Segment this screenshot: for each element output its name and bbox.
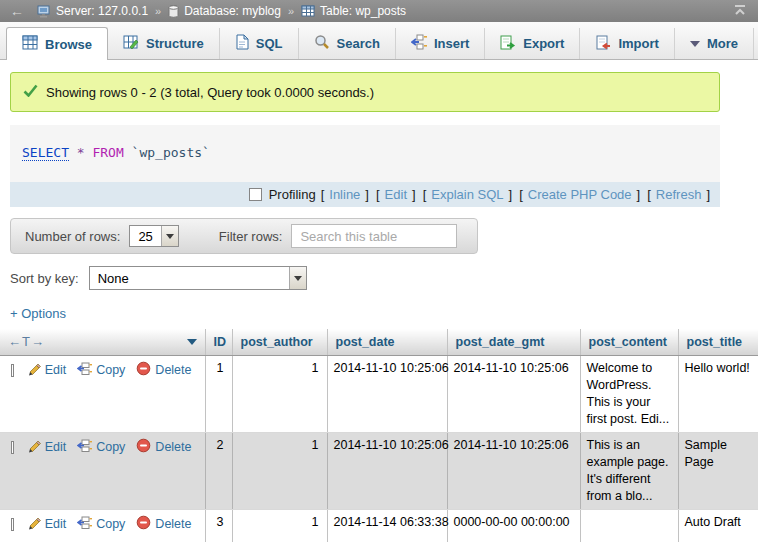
column-header-post-author[interactable]: post_author [232,329,327,355]
breadcrumb-table[interactable]: Table: wp_posts [301,4,406,18]
row-checkbox[interactable] [11,518,14,531]
cell-post-title: Auto Draft [678,509,758,542]
back-arrow-icon[interactable]: ← [10,4,24,18]
copy-link[interactable]: Copy [96,362,125,379]
transpose-icon[interactable]: ←T→ [8,334,45,349]
column-header-post-date-gmt[interactable]: post_date_gmt [447,329,580,355]
edit-link[interactable]: Edit [45,516,67,533]
refresh-link[interactable]: Refresh [656,187,702,202]
delete-action[interactable]: Delete [136,438,191,458]
column-header-post-title[interactable]: post_title [678,329,758,355]
tab-import[interactable]: Import [580,28,674,59]
tab-export[interactable]: Export [485,28,580,59]
breadcrumb-server[interactable]: Server: 127.0.0.1 [37,4,148,18]
column-header-post-content[interactable]: post_content [580,329,678,355]
tab-insert[interactable]: Insert [396,28,485,59]
sql-table-identifier: `wp_posts` [132,145,210,160]
explain-sql-link[interactable]: Explain SQL [431,187,503,202]
tab-bar: Browse Structure SQL Search Insert Expor… [0,22,758,60]
profiling-checkbox[interactable] [249,188,262,201]
edit-action[interactable]: Edit [26,515,67,535]
cell-post-title: Hello world! [678,355,758,432]
row-checkbox[interactable] [11,441,14,454]
chevron-down-icon [161,226,178,246]
chevron-down-icon[interactable] [187,339,197,345]
tab-label: Export [523,36,564,51]
delete-action[interactable]: Delete [136,515,191,535]
copy-link[interactable]: Copy [96,516,125,533]
cell-post-date-gmt: 0000-00-00 00:00:00 [447,509,580,542]
delete-link[interactable]: Delete [155,439,191,456]
bracket: [ [423,187,427,202]
bracket: ] [706,187,710,202]
tab-label: Import [618,36,658,51]
copy-action[interactable]: Copy [77,515,125,535]
rows-per-page-value: 25 [130,226,160,246]
edit-action[interactable]: Edit [26,361,67,381]
bracket: [ [519,187,523,202]
breadcrumb-separator: » [288,5,294,17]
inline-link[interactable]: Inline [329,187,360,202]
tab-label: Search [337,36,380,51]
number-of-rows-label: Number of rows: [25,229,120,244]
import-icon [595,35,611,53]
cell-id: 2 [205,432,232,509]
delete-icon [136,438,151,458]
edit-action[interactable]: Edit [26,438,67,458]
cell-post-date: 2014-11-10 10:25:06 [327,355,447,432]
cell-post-date: 2014-11-14 06:33:38 [327,509,447,542]
create-php-code-link[interactable]: Create PHP Code [528,187,632,202]
tab-sql[interactable]: SQL [220,28,299,59]
cell-post-author: 1 [232,509,327,542]
results-table: ←T→ ID post_author post_date post_date_g… [0,329,758,542]
edit-link[interactable]: Edit [45,439,67,456]
row-checkbox[interactable] [11,364,14,377]
bracket: [ [647,187,651,202]
status-message: Showing rows 0 - 2 (3 total, Query took … [10,72,720,112]
delete-link[interactable]: Delete [155,362,191,379]
column-header-id[interactable]: ID [205,329,232,355]
tab-search[interactable]: Search [299,28,396,59]
sql-icon [235,34,249,53]
sql-actions-bar: Profiling [Inline] [Edit] [Explain SQL] … [10,182,720,207]
tab-browse[interactable]: Browse [6,27,108,60]
insert-icon [411,34,427,53]
sql-query-box: SELECT * FROM `wp_posts` Profiling [Inli… [10,125,720,207]
rows-per-page-select[interactable]: 25 [129,225,178,247]
bracket: ] [365,187,369,202]
bracket: [ [376,187,380,202]
delete-icon [136,515,151,535]
sql-keyword-select[interactable]: SELECT [22,145,69,161]
copy-link[interactable]: Copy [96,439,125,456]
sort-by-key-select[interactable]: None [89,266,307,290]
breadcrumb: ← Server: 127.0.0.1 » Database: myblog »… [0,0,758,22]
cell-post-content [580,509,678,542]
table-icon [301,5,315,17]
edit-link[interactable]: Edit [45,362,67,379]
sort-by-key-value: None [90,267,289,289]
breadcrumb-database[interactable]: Database: myblog [168,4,281,18]
options-toggle-link[interactable]: + Options [10,306,66,321]
bracket: ] [509,187,513,202]
copy-icon [77,515,92,535]
tab-more[interactable]: More [675,28,754,59]
filter-rows-input[interactable] [291,224,457,248]
sort-row: Sort by key: None [10,266,758,290]
tab-label: SQL [256,36,283,51]
tab-structure[interactable]: Structure [108,28,220,59]
copy-action[interactable]: Copy [77,438,125,458]
delete-icon [136,361,151,381]
search-icon [314,34,330,53]
bracket: ] [637,187,641,202]
sort-by-key-label: Sort by key: [10,271,79,286]
tab-label: Insert [434,36,469,51]
delete-link[interactable]: Delete [155,516,191,533]
column-header-post-date[interactable]: post_date [327,329,447,355]
edit-query-link[interactable]: Edit [385,187,407,202]
copy-action[interactable]: Copy [77,361,125,381]
delete-action[interactable]: Delete [136,361,191,381]
server-icon [37,5,51,18]
collapse-panel-icon[interactable] [732,3,748,20]
tab-label: More [707,36,738,51]
cell-post-author: 1 [232,355,327,432]
